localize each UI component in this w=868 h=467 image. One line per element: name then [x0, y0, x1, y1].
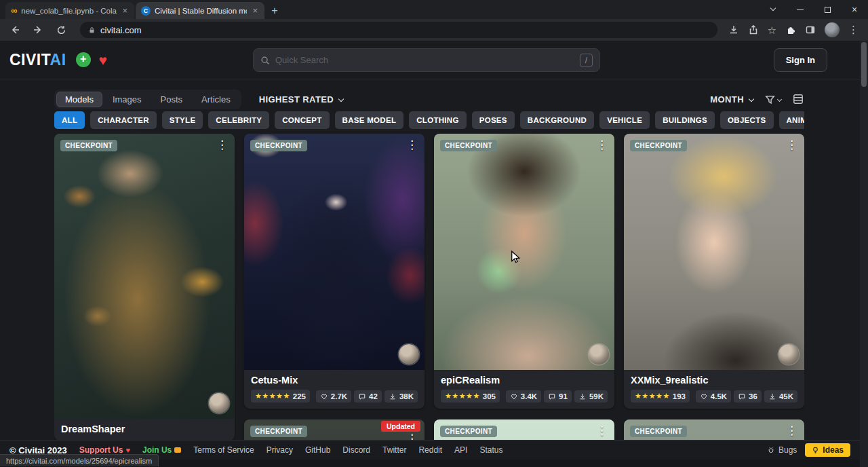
category-chip-objects[interactable]: OBJECTS	[720, 111, 773, 129]
category-chip-buildings[interactable]: BUILDINGS	[655, 111, 715, 129]
download-icon	[768, 392, 776, 400]
category-chip-style[interactable]: STYLE	[162, 111, 203, 129]
search-bar[interactable]: /	[253, 48, 600, 72]
address-bar[interactable]: civitai.com	[80, 22, 717, 38]
civitai-logo[interactable]: CIVITAI	[9, 51, 66, 69]
category-chip-character[interactable]: CHARACTER	[90, 111, 157, 129]
tab-close-icon[interactable]: ×	[121, 5, 129, 16]
category-chip-poses[interactable]: POSES	[472, 111, 515, 129]
card-menu-icon[interactable]: ⋮	[403, 138, 420, 152]
browser-tab-colab[interactable]: ∞ new_colab_file.ipynb - Colaborat ×	[5, 2, 134, 19]
comments-pill: 36	[734, 390, 762, 403]
card-menu-icon[interactable]: ⋮	[403, 432, 420, 440]
model-card-epicrealism[interactable]: CHECKPOINT ⋮ epiCRealism ★★★★★ 305 3.4K	[434, 134, 614, 409]
likes-count: 3.4K	[521, 392, 537, 400]
model-preview-image[interactable]: CHECKPOINT ⋮	[434, 419, 614, 440]
category-chip-vehicle[interactable]: VEHICLE	[599, 111, 650, 129]
creator-avatar[interactable]	[209, 393, 229, 413]
category-chip-background[interactable]: BACKGROUND	[520, 111, 594, 129]
model-preview-image[interactable]: CHECKPOINT ⋮	[244, 134, 425, 370]
minimize-button[interactable]	[787, 0, 814, 19]
twitter-link[interactable]: Twitter	[382, 445, 406, 455]
page-scrollbar[interactable]	[860, 41, 868, 467]
profile-avatar[interactable]	[825, 22, 840, 37]
category-chip-clothing[interactable]: CLOTHING	[409, 111, 466, 129]
bugs-button[interactable]: Bugs	[767, 445, 797, 455]
model-type-badge: CHECKPOINT	[60, 140, 117, 151]
rating-count: 305	[483, 392, 496, 400]
forward-button[interactable]	[30, 22, 46, 38]
tab-articles[interactable]: Articles	[193, 92, 239, 107]
status-link[interactable]: Status	[479, 445, 502, 455]
model-card-xxmix[interactable]: CHECKPOINT ⋮ XXMix_9realistic ★★★★★ 193 …	[624, 134, 804, 409]
card-menu-icon[interactable]: ⋮	[214, 138, 231, 152]
card-menu-icon[interactable]: ⋮	[593, 138, 610, 152]
model-card-cetus-mix[interactable]: CHECKPOINT ⋮ Cetus-Mix ★★★★★ 225 2.7K	[244, 134, 425, 409]
creator-avatar[interactable]	[399, 344, 419, 365]
category-filter-row: ALL CHARACTER STYLE CELEBRITY CONCEPT BA…	[54, 111, 804, 130]
install-icon[interactable]	[728, 24, 739, 35]
tab-posts[interactable]: Posts	[152, 92, 192, 107]
tab-images[interactable]: Images	[104, 92, 151, 107]
card-menu-icon[interactable]: ⋮	[783, 424, 800, 438]
model-card-row2[interactable]: CHECKPOINT ⋮	[624, 419, 804, 440]
model-card-row2[interactable]: Updated CHECKPOINT ⋮	[244, 419, 425, 440]
browser-tab-civitai[interactable]: C Civitai | Stable Diffusion models, ×	[136, 2, 264, 19]
filter-button[interactable]	[764, 94, 781, 105]
discord-link[interactable]: Discord	[342, 445, 370, 455]
extensions-puzzle-icon[interactable]	[785, 24, 796, 35]
creator-avatar[interactable]	[778, 344, 799, 365]
model-type-badge: CHECKPOINT	[250, 426, 307, 437]
category-chip-all[interactable]: ALL	[54, 111, 85, 129]
model-card-row2[interactable]: CHECKPOINT ⋮	[434, 419, 614, 440]
tab-models[interactable]: Models	[56, 92, 102, 107]
layout-toggle-button[interactable]	[792, 93, 804, 105]
reload-button[interactable]	[53, 22, 69, 38]
create-plus-button[interactable]: +	[76, 52, 91, 67]
browser-tab-bar: ∞ new_colab_file.ipynb - Colaborat × C C…	[0, 0, 868, 19]
model-preview-image[interactable]: CHECKPOINT ⋮	[434, 134, 614, 370]
reddit-link[interactable]: Reddit	[418, 445, 442, 455]
side-panel-icon[interactable]	[805, 24, 816, 35]
card-menu-icon[interactable]: ⋮	[593, 424, 610, 438]
model-preview-image[interactable]: CHECKPOINT ⋮	[54, 134, 235, 419]
close-button[interactable]: ×	[841, 0, 868, 19]
model-preview-image[interactable]: CHECKPOINT ⋮	[624, 419, 804, 440]
privacy-link[interactable]: Privacy	[267, 445, 293, 455]
creator-avatar[interactable]	[589, 344, 609, 365]
tab-close-icon[interactable]: ×	[251, 5, 259, 16]
tab-search-button[interactable]	[760, 0, 787, 19]
sort-dropdown[interactable]: HIGHEST RATED	[259, 94, 343, 105]
model-preview-image[interactable]: CHECKPOINT ⋮	[624, 134, 804, 370]
category-chip-animal[interactable]: ANIMAL	[779, 111, 805, 129]
model-card-dreamshaper[interactable]: CHECKPOINT ⋮ DreamShaper	[54, 134, 235, 440]
downloads-pill: 38K	[384, 390, 418, 403]
support-us-link[interactable]: Support Us♥	[79, 445, 130, 455]
favorites-heart-icon[interactable]: ♥	[99, 53, 107, 67]
back-button[interactable]	[7, 22, 23, 38]
join-us-link[interactable]: Join Us	[142, 445, 181, 455]
maximize-button[interactable]	[814, 0, 841, 19]
new-tab-button[interactable]: +	[266, 2, 283, 19]
api-link[interactable]: API	[454, 445, 467, 455]
model-type-badge: CHECKPOINT	[250, 140, 307, 151]
chevron-down-icon	[338, 96, 344, 102]
scrollbar-thumb[interactable]	[861, 42, 867, 87]
category-chip-concept[interactable]: CONCEPT	[275, 111, 329, 129]
share-icon[interactable]	[748, 24, 759, 35]
terms-link[interactable]: Terms of Service	[193, 445, 254, 455]
bookmark-star-icon[interactable]: ☆	[768, 25, 776, 35]
card-menu-icon[interactable]: ⋮	[783, 138, 800, 152]
browser-menu-icon[interactable]: ⋮	[848, 24, 859, 36]
card-body: XXMix_9realistic ★★★★★ 193 4.5K 36	[624, 370, 804, 409]
category-chip-celebrity[interactable]: CELEBRITY	[208, 111, 269, 129]
sign-in-button[interactable]: Sign In	[774, 48, 827, 72]
model-preview-image[interactable]: Updated CHECKPOINT ⋮	[244, 419, 425, 440]
category-chip-base-model[interactable]: BASE MODEL	[335, 111, 404, 129]
ideas-button[interactable]: Ideas	[805, 443, 850, 457]
search-input[interactable]	[275, 55, 574, 65]
model-title: epiCRealism	[441, 375, 608, 386]
mouse-cursor	[510, 250, 522, 264]
github-link[interactable]: GitHub	[305, 445, 330, 455]
period-dropdown[interactable]: MONTH	[710, 94, 753, 105]
